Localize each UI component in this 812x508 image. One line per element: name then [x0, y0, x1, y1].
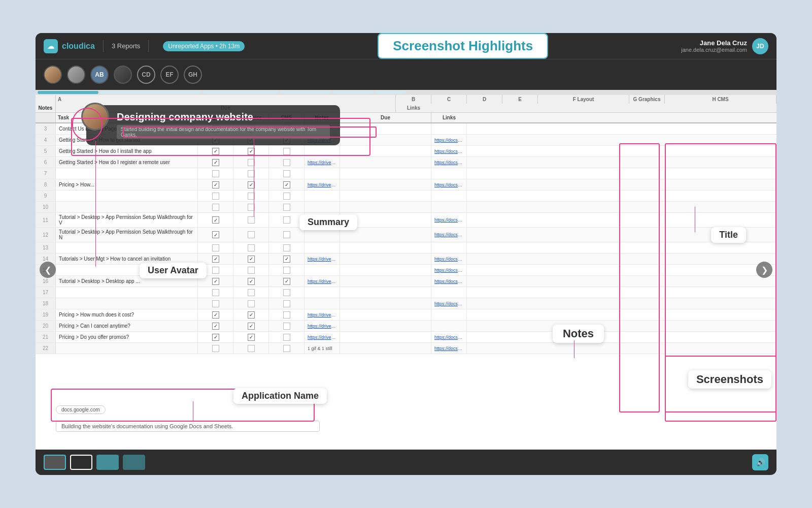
row-task: Tutorial > Desktop > App Permission Setu… — [56, 228, 198, 242]
row-links: https://docs.google.com/document/d/... — [431, 135, 467, 145]
avatar-6[interactable]: EF — [160, 66, 179, 84]
table-row: 7 — [36, 168, 776, 179]
row-num: 4 — [36, 135, 56, 145]
title-block: Designing company website Started buildi… — [86, 105, 340, 145]
row-due — [340, 298, 431, 309]
row-cms — [269, 202, 304, 212]
url-bar[interactable]: docs.google.com — [56, 405, 106, 414]
row-num: 9 — [36, 190, 56, 201]
row-num: 18 — [36, 298, 56, 309]
thumb-4[interactable] — [123, 455, 145, 470]
col-f: F Layout — [538, 95, 629, 104]
progress-seg-rest — [407, 91, 774, 94]
row-graphics — [233, 213, 269, 227]
col-e: E — [502, 95, 538, 104]
col-links: Links — [396, 104, 431, 112]
row-due — [340, 190, 431, 201]
row-num: 13 — [36, 242, 56, 253]
row-links — [431, 190, 467, 201]
row-notes: 1 gif & 1 still — [304, 343, 340, 354]
row-task — [56, 298, 198, 309]
row-layout: ✓ — [198, 276, 233, 287]
row-num: 20 — [36, 321, 56, 331]
row-links: https://docs.google.com/document/d/... — [431, 265, 467, 275]
row-notes: https://drive.google.com/drive/folders/.… — [304, 179, 340, 190]
row-cms — [269, 298, 304, 309]
row-cms — [269, 228, 304, 242]
table-row: 15 https://docs.google.com/document/d/..… — [36, 265, 776, 276]
table-row: 11 Tutorial > Desktop > App Permission S… — [36, 213, 776, 228]
row-cms: ✓ — [269, 253, 304, 264]
desc-bar-overlay: Building the website's documentation usi… — [56, 421, 320, 432]
nav-arrow-left[interactable]: ❮ — [40, 262, 56, 278]
col-notes: Notes — [36, 104, 56, 112]
thumb-1[interactable] — [44, 455, 66, 470]
row-task — [56, 343, 198, 354]
row-links: https://docs.google.com/document/d/... — [431, 146, 467, 156]
row-task — [56, 190, 198, 201]
row-graphics: ✓ — [233, 276, 269, 287]
avatar-2[interactable] — [67, 66, 85, 84]
row-notes — [304, 146, 340, 156]
row-layout: ✓ — [198, 157, 233, 168]
avatar-1[interactable] — [44, 66, 62, 84]
row-notes: https://drive.google.com/drive/folders/.… — [304, 309, 340, 320]
row-notes — [304, 213, 340, 227]
title-block-heading: Designing company website — [117, 111, 330, 123]
row-task: Pricing > Can I cancel anytime? — [56, 321, 198, 331]
user-name: Jane Dela Cruz — [681, 39, 747, 47]
row-task — [56, 242, 198, 253]
row-layout — [198, 202, 233, 212]
unreported-badge[interactable]: Unreported Apps • 2h 13m — [163, 41, 245, 51]
row-layout — [198, 343, 233, 354]
row-task: Pricing > How much does it cost? — [56, 309, 198, 320]
row-task: Getting Started > How do I install the a… — [56, 146, 198, 156]
row-layout: ✓ — [198, 146, 233, 156]
row-layout — [198, 265, 233, 275]
table-row: 14 Tutorials > User Mgt > How to cancel … — [36, 253, 776, 265]
row-graphics — [233, 265, 269, 275]
title-block-sub: Started building the initial design and … — [117, 125, 330, 139]
row-graphics — [233, 202, 269, 212]
bottom-bar: 🔊 — [36, 450, 776, 475]
row-notes: https://drive.google.com/drive/folders/.… — [304, 157, 340, 168]
avatar-5[interactable]: CD — [137, 66, 155, 84]
user-avatar-circle[interactable]: JD — [752, 38, 768, 54]
volume-icon[interactable]: 🔊 — [752, 454, 768, 470]
row-task: Tutorial > Desktop > App Permission Setu… — [56, 213, 198, 227]
row-task — [56, 287, 198, 298]
avatar-4[interactable] — [114, 66, 132, 84]
row-layout: ✓ — [198, 309, 233, 320]
progress-seg-1 — [38, 91, 98, 94]
row-graphics: ✓ — [233, 253, 269, 264]
avatar-7-label: GH — [188, 71, 197, 78]
screenshot-highlights-box: Screenshot Highlights — [378, 33, 548, 59]
table-row: 10 — [36, 202, 776, 213]
row-cms — [269, 287, 304, 298]
row-cms: ✓ — [269, 179, 304, 190]
row-cms — [269, 190, 304, 201]
row-links: https://docs.google.com/document/d/... — [431, 213, 467, 227]
nav-arrow-right[interactable]: ❯ — [756, 262, 772, 278]
row-links — [431, 202, 467, 212]
thumb-3[interactable] — [96, 455, 119, 470]
top-bar-divider2 — [148, 40, 149, 52]
table-row: 18 https://docs.google.com/document/d/..… — [36, 298, 776, 309]
row-links — [431, 309, 467, 320]
row-graphics — [233, 190, 269, 201]
row-links: https://docs.google.com/document/d/... — [431, 332, 467, 342]
row-links — [431, 321, 467, 331]
row-graphics: ✓ — [233, 309, 269, 320]
row-task — [56, 168, 198, 179]
progress-seg-4 — [281, 91, 331, 94]
hdr-links: Links — [431, 113, 467, 122]
avatar-7[interactable]: GH — [184, 66, 202, 84]
title-block-avatar — [81, 103, 109, 131]
row-links: https://docs.google.com/document/d/... — [431, 179, 467, 190]
table-row: 6 Getting Started > How do I register a … — [36, 157, 776, 168]
avatar-3[interactable]: AB — [90, 66, 109, 84]
user-info: Jane Dela Cruz jane.dela.cruz@email.com — [681, 39, 747, 53]
desc-bar: Building the website's documentation usi… — [56, 421, 320, 432]
thumb-2[interactable] — [70, 455, 92, 470]
col-d: D — [467, 95, 502, 104]
